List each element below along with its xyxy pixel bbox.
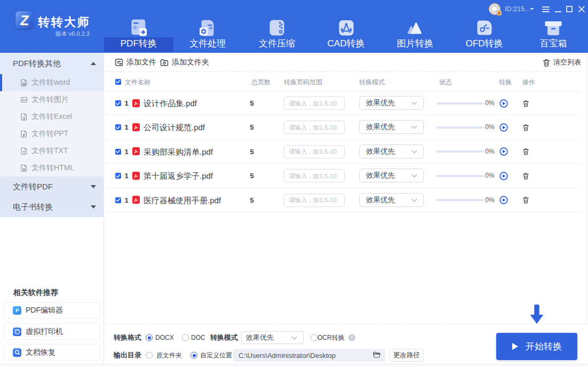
row-mode-select[interactable]: 效果优先 xyxy=(359,169,424,182)
row-checkbox[interactable] xyxy=(115,124,121,130)
select-all-checkbox[interactable] xyxy=(115,79,121,85)
expand-caret-icon xyxy=(91,185,96,188)
delete-row-button[interactable] xyxy=(522,172,529,180)
start-row-convert-button[interactable] xyxy=(499,172,508,180)
sidebar-item-label: 文件转TXT xyxy=(31,146,68,156)
promo-pdf-editor[interactable]: P PDF编辑器 xyxy=(4,302,100,318)
start-convert-button[interactable]: 开始转换 xyxy=(496,333,577,360)
doc-recovery-icon xyxy=(13,348,21,357)
promo-virtual-printer[interactable]: 虚拟打印机 xyxy=(4,323,100,340)
check-icon xyxy=(116,101,121,106)
output-path-field[interactable]: C:\Users\Administrator\Desktop xyxy=(233,349,385,362)
sidebar-item-label: 文件转HTML xyxy=(31,163,74,173)
output-label: 输出目录 xyxy=(114,350,141,360)
minimize-button[interactable] xyxy=(552,0,564,18)
sidebar-item-file-to-word[interactable]: W 文件转word xyxy=(0,74,104,91)
footer-mode-select[interactable]: 效果优先 xyxy=(241,331,304,344)
col-name: 文件名称 xyxy=(125,78,150,87)
sidebar-item-label: 文件转PPT xyxy=(31,129,68,139)
tab-file-compress[interactable]: 文件压缩 xyxy=(242,0,312,53)
user-avatar[interactable]: v xyxy=(489,3,500,15)
progress-percent: 0% xyxy=(482,115,498,139)
radio-custom-location[interactable] xyxy=(190,352,197,359)
check-icon xyxy=(116,125,121,130)
clear-list-button[interactable]: 清空列表 xyxy=(543,53,581,72)
file-name: 医疗器械使用手册.pdf xyxy=(144,188,221,212)
progress-percent: 0% xyxy=(482,164,498,188)
add-file-button[interactable]: 添加文件 xyxy=(115,53,156,72)
radio-doc-label[interactable]: DOC xyxy=(191,334,205,341)
delete-row-button[interactable] xyxy=(522,100,529,107)
start-row-convert-button[interactable] xyxy=(499,123,508,132)
mode-value: 效果优先 xyxy=(366,195,395,205)
svg-text:P: P xyxy=(23,133,26,137)
promo-doc-recovery[interactable]: 文档恢复 xyxy=(4,344,100,361)
sidebar-group-ebook-convert[interactable]: 电子书转换 xyxy=(0,197,104,217)
sidebar-item-file-to-excel[interactable]: X 文件转Excel xyxy=(0,108,104,125)
tab-pdf-convert[interactable]: PDF转换 xyxy=(104,0,173,53)
progress-bar xyxy=(436,102,484,105)
row-checkbox[interactable] xyxy=(115,173,121,179)
radio-source-folder-label[interactable]: 原文件夹 xyxy=(156,351,182,360)
page-range-input[interactable] xyxy=(284,194,345,207)
page-range-input[interactable] xyxy=(284,169,345,182)
clear-list-icon xyxy=(543,59,550,67)
radio-source-folder[interactable] xyxy=(146,352,153,359)
mode-value: 效果优先 xyxy=(366,122,395,132)
close-button[interactable] xyxy=(576,0,587,18)
svg-text:P: P xyxy=(15,308,19,313)
page-range-input[interactable] xyxy=(284,145,345,158)
add-folder-button[interactable]: 添加文件夹 xyxy=(160,53,209,72)
user-id[interactable]: ID:215... xyxy=(505,5,530,13)
sidebar-item-file-to-txt[interactable]: T 文件转TXT xyxy=(0,142,104,159)
tab-cad-convert[interactable]: CAD转换 xyxy=(312,0,381,53)
user-dropdown-caret[interactable] xyxy=(530,8,534,10)
menu-button[interactable] xyxy=(540,0,552,18)
row-checkbox[interactable] xyxy=(115,149,121,155)
add-folder-label: 添加文件夹 xyxy=(172,58,209,67)
close-icon xyxy=(578,6,585,12)
radio-docx-label[interactable]: DOCX xyxy=(155,334,174,341)
sidebar-item-file-to-ppt[interactable]: P 文件转PPT xyxy=(0,125,104,142)
change-path-button[interactable]: 更改路径 xyxy=(390,349,424,362)
file-name: 设计作品集.pdf xyxy=(144,91,197,115)
row-index: 1 xyxy=(122,115,131,139)
sidebar-group-pdf-convert-other[interactable]: PDF转换其他 xyxy=(0,53,104,74)
doc-txt-icon: T xyxy=(20,147,28,155)
app-logo: Z xyxy=(15,11,33,29)
row-checkbox[interactable] xyxy=(115,197,121,203)
tab-image-convert[interactable]: 图片转换 xyxy=(380,0,450,53)
row-mode-select[interactable]: 效果优先 xyxy=(359,120,424,134)
delete-row-button[interactable] xyxy=(522,124,529,131)
app-version: 版本 v6.0.2.3 xyxy=(0,30,90,38)
table-header: 文件名称 总页数 转换页码范围 转换模式 状态 转换 操作 xyxy=(104,72,588,91)
row-mode-select[interactable]: 效果优先 xyxy=(359,193,424,207)
radio-ocr-label[interactable]: OCR转换 xyxy=(317,333,345,342)
pdf-file-icon xyxy=(132,196,140,204)
sidebar-item-file-to-html[interactable]: H 文件转HTML xyxy=(0,159,104,177)
page-range-input[interactable] xyxy=(284,121,345,134)
start-row-convert-button[interactable] xyxy=(499,99,508,108)
sidebar-item-label: 文件转word xyxy=(31,78,70,87)
radio-ocr[interactable] xyxy=(311,334,317,341)
delete-row-button[interactable] xyxy=(522,196,529,204)
delete-row-button[interactable] xyxy=(522,148,529,155)
row-checkbox[interactable] xyxy=(115,100,121,106)
radio-docx[interactable] xyxy=(146,334,153,341)
tab-file-process[interactable]: 文件处理 xyxy=(173,0,243,53)
maximize-icon xyxy=(566,6,573,12)
page-range-input[interactable] xyxy=(284,97,345,110)
info-icon[interactable]: ! xyxy=(348,334,355,341)
start-row-convert-button[interactable] xyxy=(499,147,508,156)
sidebar-item-file-to-image[interactable]: 文件转图片 xyxy=(0,91,104,108)
row-mode-select[interactable]: 效果优先 xyxy=(359,145,424,158)
file-name: 采购部采购清单.pdf xyxy=(144,140,213,164)
sidebar-group-file-to-pdf[interactable]: 文件转PDF xyxy=(0,177,104,197)
row-mode-select[interactable]: 效果优先 xyxy=(359,96,424,110)
menu-icon xyxy=(542,6,550,12)
image-convert-icon xyxy=(407,19,424,36)
radio-doc[interactable] xyxy=(182,334,189,341)
start-row-convert-button[interactable] xyxy=(499,196,508,204)
radio-custom-location-label[interactable]: 自定义位置 xyxy=(200,351,232,360)
maximize-button[interactable] xyxy=(563,0,575,18)
